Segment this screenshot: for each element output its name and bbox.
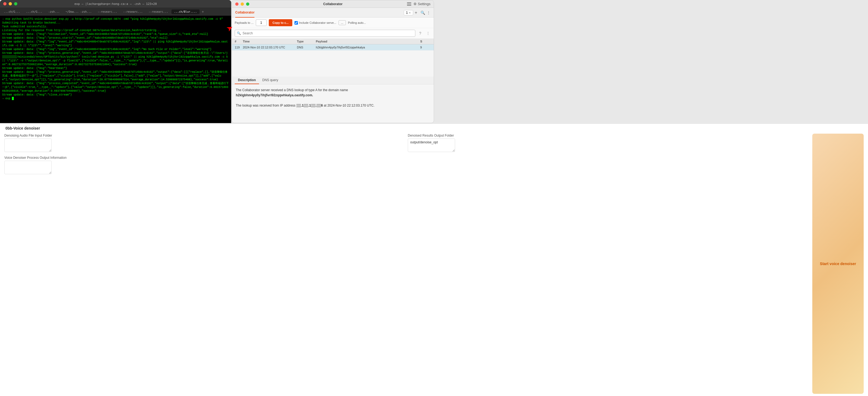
terminal-tab-5[interactable]: --researc... [95, 9, 120, 14]
tab-dns-query[interactable]: DNS query [259, 77, 281, 84]
terminal-line-10: Stream update: data: {"msg":"heartbeat"} [2, 66, 229, 70]
terminal-tab-6[interactable]: --researc... [120, 9, 145, 14]
terminal-tab-add[interactable]: + [200, 9, 206, 14]
terminal-line-3: Task submitted successfully. [2, 25, 229, 29]
include-collab-label: Include Collaborator serve... [299, 21, 336, 24]
col-header-type: Type [297, 40, 316, 43]
terminal-line-2: Submitting task to Gradio backend... [2, 21, 229, 25]
output-folder-label: Denoised Results Output Folder [408, 133, 434, 138]
collab-menu-button[interactable]: ⋮ [427, 10, 431, 15]
input-folder-textarea[interactable] [4, 139, 52, 152]
tab-description[interactable]: Description [235, 77, 259, 84]
description-domain: h2klgbhm4py0y7ihj5vrl92zqqwhkalya.oastif… [236, 93, 313, 97]
output-folder-wrapper: output/denoise_opt [408, 139, 434, 153]
minimize-button[interactable] [9, 2, 12, 5]
gradio-left-panel: Denoising Audio File Input Folder Denois… [4, 133, 434, 198]
terminal-line-6: Stream update: data: {"msg":"process_sta… [2, 36, 229, 40]
input-folder-label: Denoising Audio File Input Folder [4, 133, 405, 138]
col-header-num: # [235, 40, 243, 43]
include-collab-checkbox[interactable] [294, 21, 298, 25]
terminal-titlebar: exp — |lacha=gpha=p=:hong-ca:a — -zsh — … [0, 0, 231, 7]
cell-s: 9 [420, 46, 431, 49]
gradio-folder-group: Denoising Audio File Input Folder Denois… [4, 133, 434, 153]
terminal-line-5: Stream update: data: {"msg":"estimation"… [2, 32, 229, 36]
tab-close-button[interactable]: × [409, 11, 410, 14]
terminal-window: exp — |lacha=gpha=p=:hong-ca:a — -zsh — … [0, 0, 231, 123]
collab-description-tabs: Description DNS query [232, 77, 434, 84]
collab-title: Collaborator [323, 2, 342, 6]
description-paragraph-2: The lookup was received from IP address … [236, 103, 430, 108]
copy-to-clipboard-button[interactable]: Copy to c... [269, 19, 292, 26]
terminal-tab-1[interactable]: ...ch/G... [1, 9, 23, 14]
input-folder-field: Denoising Audio File Input Folder [4, 133, 405, 153]
terminal-title: exp — |lacha=gpha=p=:hong-ca:a — -zsh — … [74, 2, 157, 6]
search-menu-button[interactable]: ⋮ [425, 31, 431, 36]
search-button-collab[interactable]: 🔍 [421, 10, 425, 15]
collab-tab-collaborator[interactable]: Collaborator [235, 8, 254, 18]
collab-table-header: # Time Type Payload S [232, 39, 434, 44]
collab-header-bar: Collaborator 1 × + 🔍 ⋮ [232, 8, 434, 18]
output-folder-field: Denoised Results Output Folder output/de… [408, 133, 434, 153]
process-output-group: Voice Denoiser Process Output Informatio… [4, 156, 434, 175]
description-paragraph-1: The Collaborator server received a DNS l… [236, 88, 430, 98]
terminal-tab-3[interactable]: -zsh... [45, 9, 62, 14]
search-container: 🔍 [235, 30, 415, 37]
collab-description-body: The Collaborator server received a DNS l… [232, 84, 434, 123]
settings-button[interactable]: ⚙ Settings [413, 2, 431, 6]
terminal-line-9: Stream update: data: {"msg":"process_gen… [2, 51, 229, 66]
terminal-line-8: Stream update: data: {"msg":"log","event… [2, 48, 229, 51]
payloads-input[interactable] [256, 20, 267, 26]
terminal-tab-4[interactable]: ~/Dow... -zsh... [63, 9, 94, 14]
cell-type: DNS [297, 46, 316, 49]
col-header-payload: Payload [316, 40, 420, 43]
ellipsis-button[interactable]: ... [339, 20, 346, 25]
tab-number: 1 [406, 11, 408, 14]
collab-maximize-button[interactable] [246, 2, 249, 6]
cell-time: 2024-Nov-10 22:12:03.170 UTC [243, 46, 297, 49]
cell-num: 119 [235, 46, 243, 49]
collab-toolbar: Payloads to ... Copy to c... Include Col… [232, 18, 434, 28]
collab-close-button[interactable] [235, 2, 239, 6]
payloads-label: Payloads to ... [235, 21, 254, 24]
search-help-button[interactable]: ? [417, 30, 424, 36]
collaborator-panel: Collaborator ⚙ Settings Collaborator 1 ×… [232, 0, 434, 123]
terminal-line-13: Stream update: data: {"msg":"close_strea… [2, 93, 229, 97]
terminal-line-4: Listening for the response from http://p… [2, 29, 229, 32]
process-output-wrapper [4, 161, 434, 175]
input-folder-wrapper [4, 139, 405, 153]
polling-label: Polling auto... [348, 21, 366, 24]
terminal-tab-2[interactable]: ...ch/G... [23, 9, 45, 14]
col-header-s: S [420, 40, 431, 43]
maximize-button[interactable] [14, 2, 17, 5]
terminal-prompt-final: → exp [2, 97, 229, 101]
collab-search-bar: 🔍 ? ⋮ [232, 28, 434, 39]
gradio-app-title: 0bb-Voice denoiser [0, 124, 434, 131]
table-row[interactable]: 119 2024-Nov-10 22:12:03.170 UTC DNS h2k… [232, 44, 434, 51]
terminal-tabs: ...ch/G... ...ch/G... -zsh... ~/Dow... -… [0, 7, 231, 16]
description-ip: ▒▒.1▒▒.1▒▒.▒▒6 [297, 103, 323, 108]
output-folder-textarea[interactable]: output/denoise_opt [408, 139, 434, 152]
terminal-line-1: → exp python SoVITS-voice-denoiser-exp.p… [2, 17, 229, 21]
terminal-tab-7[interactable]: --researc... [146, 9, 170, 14]
search-input[interactable] [235, 30, 415, 37]
gradio-section: 0bb-Voice denoiser Denoising Audio File … [0, 124, 434, 198]
collab-titlebar: Collaborator ⚙ Settings [232, 0, 434, 8]
process-output-textarea[interactable] [4, 161, 52, 174]
col-header-time: Time [243, 40, 297, 43]
terminal-tab-8[interactable]: ...ch/Blur.... [172, 9, 199, 14]
terminal-line-11: Stream update: data: {"msg":"process_gen… [2, 70, 229, 82]
tab-add-button[interactable]: + [415, 10, 417, 15]
close-button[interactable] [3, 2, 6, 5]
terminal-line-7: Stream update: data: {"msg":"log","event… [2, 40, 229, 48]
cell-payload: h2klgbhm4py0y7ihj5vrl92zqqwhkalya [316, 46, 420, 49]
gradio-content: Denoising Audio File Input Folder Denois… [0, 131, 434, 198]
hamburger-icon[interactable] [407, 2, 411, 6]
collab-minimize-button[interactable] [241, 2, 244, 6]
terminal-body[interactable]: → exp python SoVITS-voice-denoiser-exp.p… [0, 16, 231, 123]
terminal-line-12: Stream update: data: {"msg":"process_com… [2, 82, 229, 93]
collab-table-body: 119 2024-Nov-10 22:12:03.170 UTC DNS h2k… [232, 44, 434, 77]
process-output-label: Voice Denoiser Process Output Informatio… [4, 156, 434, 160]
